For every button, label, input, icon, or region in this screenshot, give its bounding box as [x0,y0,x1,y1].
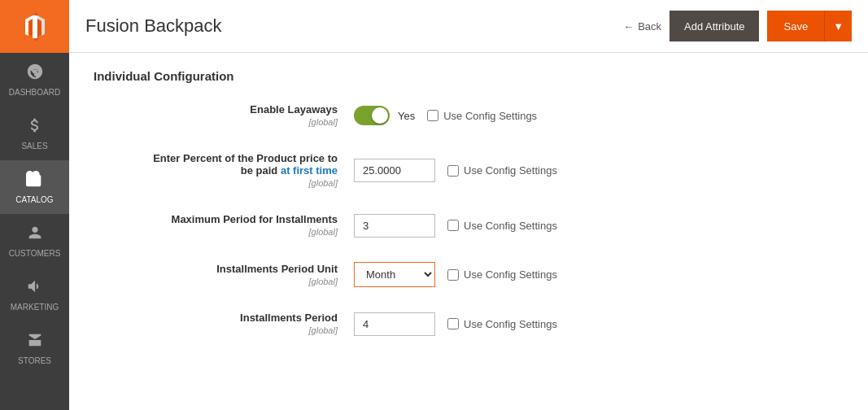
stores-icon [26,331,44,353]
sidebar-item-dashboard[interactable]: DASHBOARD [0,53,69,107]
sidebar-item-sales[interactable]: SALES [0,107,69,160]
scope-max-period: [global] [309,227,338,237]
save-button[interactable]: Save [767,11,825,41]
control-period-unit: Month Week Day Use Config Settings [354,262,557,287]
magento-logo-icon [19,11,51,43]
svg-rect-3 [33,15,37,38]
label-enable-layaways: Enable Layaways [94,103,338,116]
use-config-label-max-period: Use Config Settings [464,220,557,232]
sidebar-item-customers-label: CUSTOMERS [9,249,61,258]
form-row-period-unit: Installments Period Unit [global] Month … [94,262,844,295]
use-config-checkbox-max-period[interactable] [447,220,459,231]
label-period-unit: Installments Period Unit [94,263,338,275]
use-config-checkbox-percent[interactable] [447,165,459,177]
label-group-max-period: Maximum Period for Installments [global] [94,213,354,238]
use-config-label-installments-period: Use Config Settings [464,318,557,330]
label-enter-percent: Enter Percent of the Product price tobe … [94,152,338,177]
use-config-period-unit: Use Config Settings [447,268,557,281]
sales-icon [26,116,44,138]
sidebar: DASHBOARD SALES CATALOG CUSTOMERS MARKET… [0,0,69,410]
sidebar-item-catalog[interactable]: CATALOG [0,160,69,214]
save-dropdown-button[interactable]: ▼ [825,11,852,41]
sidebar-item-stores-label: STORES [18,356,51,365]
customers-icon [26,224,44,246]
scope-period-unit: [global] [309,277,338,286]
use-config-label-period-unit: Use Config Settings [464,268,557,281]
use-config-label-layaways: Use Config Settings [443,110,537,122]
page-header: Fusion Backpack ← Back Add Attribute Sav… [69,0,868,53]
back-label: Back [638,20,661,33]
form-row-enter-percent: Enter Percent of the Product price tobe … [94,152,844,197]
toggle-enable-layaways[interactable] [354,106,390,125]
label-group-enable-layaways: Enable Layaways [global] [94,103,354,128]
header-actions: ← Back Add Attribute Save ▼ [623,11,852,41]
sidebar-item-catalog-label: CATALOG [15,195,53,204]
form-row-enable-layaways: Enable Layaways [global] Yes Use Config … [94,103,844,136]
use-config-label-percent: Use Config Settings [464,164,557,177]
scope-enable-layaways: [global] [309,117,338,127]
back-arrow-icon: ← [623,20,634,33]
label-group-period-unit: Installments Period Unit [global] [94,263,354,287]
catalog-icon [26,170,44,192]
label-group-installments-period: Installments Period [global] [94,312,354,336]
form-row-installments-period: Installments Period [global] Use Config … [94,312,844,344]
content-area: Individual Configuration Enable Layaways… [69,53,868,410]
scope-installments-period: [global] [309,325,338,335]
sidebar-item-marketing-label: MARKETING [11,303,59,312]
select-period-unit[interactable]: Month Week Day [354,262,435,287]
control-installments-period: Use Config Settings [354,312,557,336]
sidebar-item-stores[interactable]: STORES [0,321,69,375]
save-button-group: Save ▼ [767,11,852,41]
form-row-max-period: Maximum Period for Installments [global]… [94,213,844,246]
toggle-slider [354,106,390,125]
label-max-period: Maximum Period for Installments [94,213,338,225]
sidebar-item-customers[interactable]: CUSTOMERS [0,214,69,268]
control-max-period: Use Config Settings [354,214,557,238]
sidebar-item-marketing[interactable]: MARKETING [0,268,69,321]
sidebar-logo [0,0,69,53]
input-installments-period[interactable] [354,312,435,336]
main-content: Fusion Backpack ← Back Add Attribute Sav… [69,0,868,410]
chevron-down-icon: ▼ [833,20,844,33]
marketing-icon [26,277,44,299]
section-title: Individual Configuration [94,69,844,83]
dashboard-icon [26,63,44,85]
use-config-enable-layaways: Use Config Settings [427,110,537,122]
control-enter-percent: Use Config Settings [354,159,557,182]
use-config-checkbox-layaways[interactable] [427,110,438,121]
sidebar-item-dashboard-label: DASHBOARD [9,88,60,97]
use-config-checkbox-installments-period[interactable] [447,318,459,329]
label-group-enter-percent: Enter Percent of the Product price tobe … [94,152,354,189]
use-config-max-period: Use Config Settings [447,220,557,232]
sidebar-item-sales-label: SALES [21,142,47,150]
use-config-enter-percent: Use Config Settings [447,164,557,177]
page-title: Fusion Backpack [85,15,222,37]
back-button[interactable]: ← Back [623,20,661,33]
use-config-installments-period: Use Config Settings [447,318,557,330]
toggle-yes-label: Yes [398,110,415,122]
input-enter-percent[interactable] [354,159,435,182]
use-config-checkbox-period-unit[interactable] [447,269,459,281]
scope-enter-percent: [global] [309,178,338,188]
input-max-period[interactable] [354,214,435,238]
control-enable-layaways: Yes Use Config Settings [354,106,537,125]
toggle-container: Yes [354,106,415,125]
label-installments-period: Installments Period [94,312,338,324]
add-attribute-button[interactable]: Add Attribute [670,11,759,41]
